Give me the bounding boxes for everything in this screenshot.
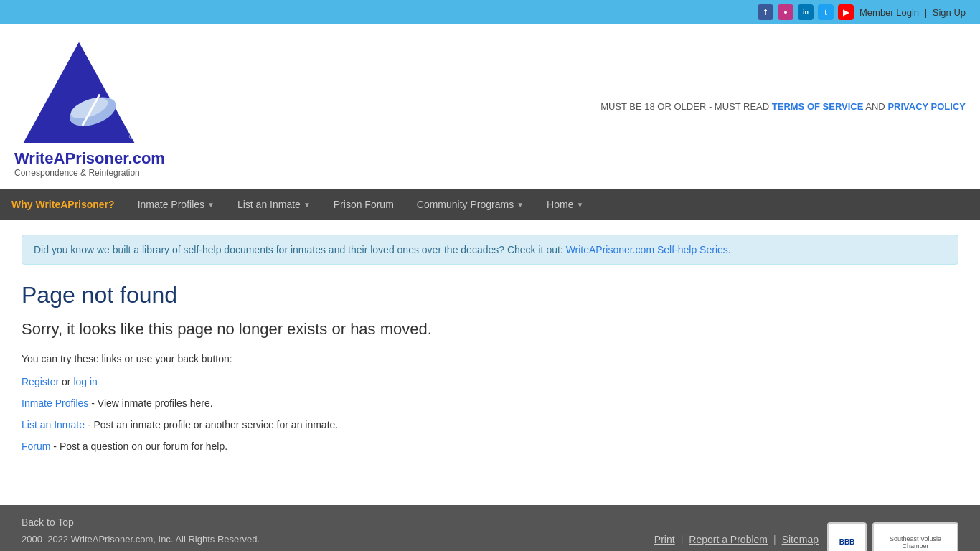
footer-right: Print | Report a Problem | Sitemap BBB S…: [654, 517, 958, 551]
list-item-inmate-profiles: Inmate Profiles - View inmate profiles h…: [22, 397, 958, 409]
main-content: Did you know we built a library of self-…: [0, 220, 980, 476]
inmate-profiles-link[interactable]: Inmate Profiles: [22, 397, 88, 409]
bbb-badge: BBB: [827, 522, 867, 551]
footer-links: Print | Report a Problem | Sitemap: [654, 534, 819, 545]
footer-sep2: |: [773, 534, 776, 545]
selfhelp-series-link[interactable]: WriteAPrisoner.com Self-help Series: [566, 244, 728, 255]
info-box: Did you know we built a library of self-…: [22, 235, 958, 265]
community-programs-arrow: ▼: [517, 201, 524, 209]
helpful-links-list: Register or log in Inmate Profiles - Vie…: [22, 376, 958, 452]
nav-item-why[interactable]: Why WriteAPrisoner?: [0, 189, 126, 220]
forum-desc: - Post a question on our forum for help.: [53, 441, 227, 452]
nav-label-prison-forum: Prison Forum: [334, 199, 394, 210]
inmate-profiles-desc: - View inmate profiles here.: [91, 397, 212, 409]
header: ® WriteAPrisoner.com Correspondence & Re…: [0, 24, 980, 189]
info-box-text: Did you know we built a library of self-…: [34, 244, 563, 255]
list-inmate-arrow: ▼: [303, 201, 311, 209]
sign-up-link[interactable]: Sign Up: [933, 7, 966, 18]
nav-label-list-inmate: List an Inmate: [237, 199, 301, 210]
report-problem-link[interactable]: Report a Problem: [689, 534, 768, 545]
list-inmate-desc: - Post an inmate profile or another serv…: [88, 419, 338, 430]
top-bar-links: Member Login | Sign Up: [859, 7, 966, 18]
logo-sub: Correspondence & Reintegration: [14, 168, 140, 178]
svg-marker-0: [24, 42, 135, 143]
instagram-icon[interactable]: ●: [778, 4, 793, 20]
top-bar: f ● in t ▶ Member Login | Sign Up: [0, 0, 980, 24]
nav-label-inmate-profiles: Inmate Profiles: [138, 199, 204, 210]
nav-item-prison-forum[interactable]: Prison Forum: [322, 189, 405, 220]
home-arrow: ▼: [576, 201, 583, 209]
nav-item-community-programs[interactable]: Community Programs ▼: [405, 189, 535, 220]
nav-label-community-programs: Community Programs: [417, 199, 514, 210]
privacy-policy-link[interactable]: PRIVACY POLICY: [887, 101, 966, 112]
list-item-list-inmate: List an Inmate - Post an inmate profile …: [22, 419, 958, 430]
twitter-icon[interactable]: t: [818, 4, 834, 20]
list-inmate-link[interactable]: List an Inmate: [22, 419, 85, 430]
volusia-badge: Southeast Volusia Chamber: [872, 522, 958, 551]
logo-image: ®: [14, 35, 143, 146]
main-nav: Why WriteAPrisoner? Inmate Profiles ▼ Li…: [0, 189, 980, 220]
login-link[interactable]: log in: [73, 376, 97, 387]
footer-sep1: |: [681, 534, 684, 545]
youtube-icon[interactable]: ▶: [838, 4, 854, 20]
header-notice: MUST BE 18 OR OLDER - MUST READ TERMS OF…: [600, 101, 966, 112]
link-separator: |: [925, 7, 927, 18]
nav-item-list-inmate[interactable]: List an Inmate ▼: [226, 189, 322, 220]
footer-copyright: 2000–2022 WriteAPrisoner.com, Inc. All R…: [22, 534, 260, 545]
footer: Back to Top 2000–2022 WriteAPrisoner.com…: [0, 505, 980, 551]
notice-pre: MUST BE 18 OR OLDER - MUST READ: [600, 101, 769, 112]
member-login-link[interactable]: Member Login: [859, 7, 919, 18]
or-separator: or: [62, 376, 73, 387]
facebook-icon[interactable]: f: [758, 4, 773, 20]
register-link[interactable]: Register: [22, 376, 59, 387]
print-link[interactable]: Print: [654, 534, 675, 545]
body-text: You can try these links or use your back…: [22, 353, 958, 364]
social-icons: f ● in t ▶: [758, 4, 854, 20]
terms-of-service-link[interactable]: TERMS OF SERVICE: [772, 101, 864, 112]
nav-item-home[interactable]: Home ▼: [535, 189, 595, 220]
footer-left: Back to Top 2000–2022 WriteAPrisoner.com…: [22, 517, 260, 545]
inmate-profiles-arrow: ▼: [207, 201, 215, 209]
logo-area: ® WriteAPrisoner.com Correspondence & Re…: [14, 35, 165, 178]
logo-text: WriteAPrisoner.com: [14, 149, 165, 168]
svg-text:®: ®: [129, 133, 134, 141]
list-item-register: Register or log in: [22, 376, 958, 387]
page-title: Page not found: [22, 282, 958, 309]
back-to-top-link[interactable]: Back to Top: [22, 517, 260, 528]
list-item-forum: Forum - Post a question on our forum for…: [22, 441, 958, 452]
nav-label-home: Home: [547, 199, 573, 210]
sitemap-link[interactable]: Sitemap: [782, 534, 819, 545]
forum-link[interactable]: Forum: [22, 441, 50, 452]
linkedin-icon[interactable]: in: [798, 4, 814, 20]
nav-item-inmate-profiles[interactable]: Inmate Profiles ▼: [126, 189, 226, 220]
page-subtitle: Sorry, it looks like this page no longer…: [22, 320, 958, 339]
nav-label-why: Why WriteAPrisoner?: [11, 199, 115, 210]
